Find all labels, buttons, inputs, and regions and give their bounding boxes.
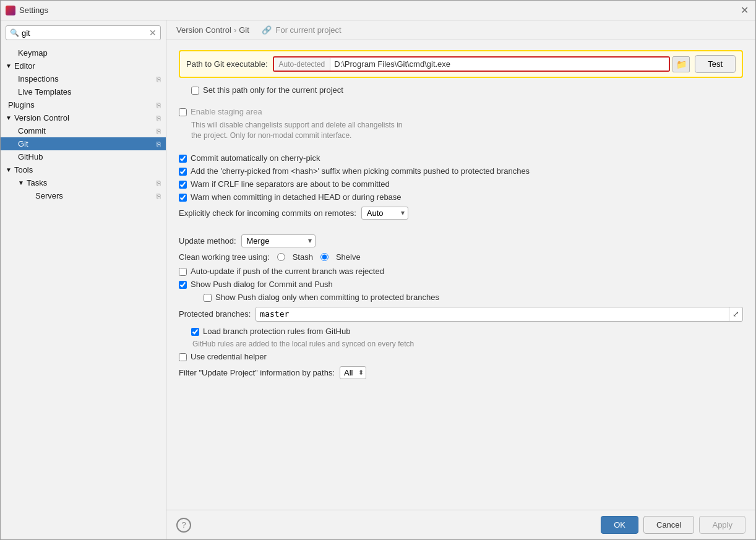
footer: ? OK Cancel Apply [166,510,755,539]
tasks-copy-icon: ⎘ [157,179,161,187]
protected-branches-input[interactable] [256,307,729,320]
breadcrumb-parent[interactable]: Version Control [176,25,231,35]
servers-copy-icon: ⎘ [157,192,161,200]
load-branch-protection-label: Load branch protection rules from GitHub [203,327,350,336]
live-templates-label: Live Templates [18,87,71,96]
sidebar-item-servers[interactable]: Servers ⎘ [1,189,166,202]
incoming-commits-label: Explicitly check for incoming commits on… [179,208,356,218]
stash-radio[interactable] [277,253,285,261]
update-method-label: Update method: [179,236,236,246]
tools-chevron: ▼ [6,166,12,173]
filter-label: Filter "Update Project" information by p… [179,368,335,377]
settings-content: Path to Git executable: Auto-detected 📁 … [166,40,755,510]
show-push-checkbox[interactable] [179,281,187,289]
search-icon: 🔍 [10,28,19,37]
protected-branches-row: Protected branches: ⤢ [179,307,743,322]
commit-label: Commit [18,126,46,135]
warn-crlf-checkbox[interactable] [179,181,187,189]
vc-chevron: ▼ [6,114,12,121]
search-input[interactable] [22,28,149,38]
shelve-radio[interactable] [320,253,329,261]
cherry-suffix-checkbox[interactable] [179,168,187,176]
sidebar-item-commit[interactable]: Commit ⎘ [1,124,166,137]
show-push-label: Show Push dialog for Commit and Push [191,280,333,289]
window-title: Settings [19,6,738,15]
load-branch-protection-row: Load branch protection rules from GitHub [191,327,743,336]
sidebar-item-live-templates[interactable]: Live Templates [1,85,166,98]
enable-staging-checkbox[interactable] [179,108,187,116]
enable-staging-label: Enable staging area [191,107,262,116]
breadcrumb-current: Git [239,25,249,35]
sidebar-group-tools[interactable]: ▼ Tools [1,163,166,176]
auto-update-label: Auto-update if push of the current branc… [191,267,384,276]
show-push-protected-label: Show Push dialog only when committing to… [215,293,439,302]
filter-select[interactable]: All [340,366,366,379]
search-box: 🔍 ✕ [1,20,166,45]
auto-update-checkbox[interactable] [179,268,187,276]
ok-button[interactable]: OK [601,516,638,534]
cherry-suffix-label: Add the 'cherry-picked from <hash>' suff… [191,166,530,176]
protected-branches-expand-icon[interactable]: ⤢ [729,307,742,321]
warn-detached-label: Warn when committing in detached HEAD or… [191,192,402,202]
sidebar-item-inspections[interactable]: Inspections ⎘ [1,72,166,85]
inspections-label: Inspections [18,74,59,84]
credential-helper-checkbox[interactable] [179,353,187,361]
close-button[interactable]: ✕ [738,4,750,17]
sidebar-group-editor[interactable]: ▼ Editor [1,59,166,72]
clean-working-tree-row: Clean working tree using: Stash Shelve [179,252,743,262]
tasks-label: Tasks [27,178,47,187]
warn-detached-checkbox[interactable] [179,194,187,202]
search-clear-icon[interactable]: ✕ [149,28,157,38]
breadcrumb-separator: › [234,25,236,35]
enable-staging-checkbox-row: Enable staging area [179,107,743,116]
git-test-button[interactable]: Test [695,55,736,73]
branch-protection-subtext: GitHub rules are added to the local rule… [192,340,743,348]
sidebar-item-github[interactable]: GitHub [1,150,166,163]
tools-label: Tools [14,165,33,174]
git-path-input[interactable] [330,58,669,71]
breadcrumb: Version Control › Git 🔗 For current proj… [166,20,755,40]
warn-crlf-label: Warn if CRLF line separators are about t… [191,179,390,189]
load-branch-protection-checkbox[interactable] [191,328,199,336]
settings-window: Settings ✕ 🔍 ✕ Keymap ▼ Editor [0,0,756,540]
cancel-button[interactable]: Cancel [643,516,694,534]
set-path-label: Set this path only for the current proje… [203,85,343,95]
app-icon [6,6,15,15]
filter-update-project-row: Filter "Update Project" information by p… [179,366,743,379]
cherry-pick-label: Commit automatically on cherry-pick [191,153,320,163]
git-path-label: Path to Git executable: [186,59,268,69]
breadcrumb-project-link[interactable]: 🔗 For current project [262,25,341,35]
chain-icon: 🔗 [262,25,272,35]
editor-chevron: ▼ [6,62,12,69]
warn-detached-checkbox-row: Warn when committing in detached HEAD or… [179,192,743,202]
incoming-commits-row: Explicitly check for incoming commits on… [179,207,743,220]
set-path-checkbox[interactable] [191,87,199,95]
help-button[interactable]: ? [176,518,191,533]
shelve-label: Shelve [336,252,361,262]
update-method-select[interactable]: Merge Rebase Branch Default [241,234,316,247]
git-path-browse-button[interactable]: 📁 [672,56,690,72]
incoming-commits-select[interactable]: Auto Always Never [361,207,408,220]
show-push-protected-checkbox[interactable] [204,294,212,302]
sidebar-group-tasks[interactable]: ▼ Tasks ⎘ [13,176,166,189]
set-path-checkbox-row: Set this path only for the current proje… [191,85,743,95]
editor-label: Editor [14,61,35,71]
apply-button[interactable]: Apply [699,516,745,534]
sidebar-item-git[interactable]: Git ⎘ [1,137,166,150]
auto-update-checkbox-row: Auto-update if push of the current branc… [179,267,743,276]
git-path-input-wrap: Auto-detected [273,56,671,72]
plugins-label: Plugins [8,100,35,109]
stash-label: Stash [293,252,313,262]
cherry-suffix-checkbox-row: Add the 'cherry-picked from <hash>' suff… [179,166,743,176]
sidebar-group-version-control[interactable]: ▼ Version Control ⎘ [1,111,166,124]
credential-helper-label: Use credential helper [191,352,267,361]
cherry-pick-checkbox[interactable] [179,155,187,163]
version-control-label: Version Control [14,113,69,122]
sidebar-item-plugins[interactable]: Plugins ⎘ [1,98,166,111]
sidebar-item-keymap[interactable]: Keymap [1,46,166,59]
sidebar: 🔍 ✕ Keymap ▼ Editor Inspections ⎘ [1,20,166,539]
vc-copy-icon: ⎘ [157,114,161,122]
search-wrap: 🔍 ✕ [6,25,161,40]
main-content: 🔍 ✕ Keymap ▼ Editor Inspections ⎘ [1,20,755,539]
show-push-protected-checkbox-row: Show Push dialog only when committing to… [204,293,743,302]
